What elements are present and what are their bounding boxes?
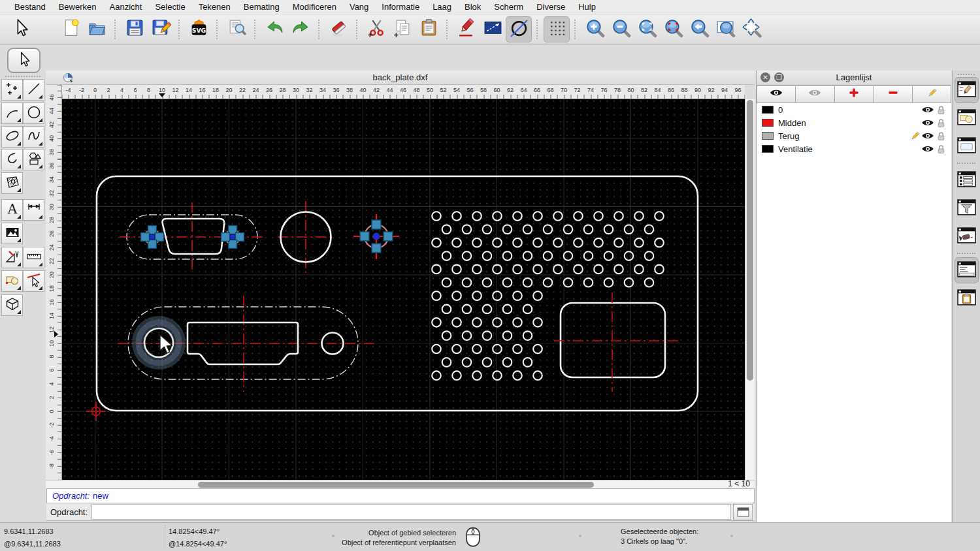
tool-shapes-button[interactable] xyxy=(23,149,44,170)
reference-point[interactable] xyxy=(150,235,155,240)
print-preview-button[interactable] xyxy=(223,16,250,42)
menu-hulp[interactable]: Hulp xyxy=(572,2,602,12)
layer-visible-eye-icon[interactable] xyxy=(921,105,934,114)
layer-lock-icon[interactable] xyxy=(934,118,947,128)
menu-bemating[interactable]: Bemating xyxy=(237,2,286,12)
layer-lock-icon[interactable] xyxy=(934,131,947,141)
layer-toolbar-minus-red-button[interactable] xyxy=(873,86,913,103)
tool-solid-3d-button[interactable] xyxy=(1,294,23,316)
menu-tekenen[interactable]: Tekenen xyxy=(192,2,237,12)
tool-spline-button[interactable] xyxy=(23,126,44,148)
selected-screw-hole-left[interactable] xyxy=(141,226,164,249)
win-block-list-button[interactable] xyxy=(955,105,979,131)
layer-lock-icon[interactable] xyxy=(934,105,947,115)
tool-dimension-button[interactable] xyxy=(23,199,44,221)
tool-points-button[interactable] xyxy=(1,79,23,101)
layer-lock-icon[interactable] xyxy=(934,144,947,154)
layer-row-ventilatie[interactable]: Ventilatie xyxy=(757,142,951,155)
construction-circle-button[interactable] xyxy=(506,16,532,42)
zoom-selection-button[interactable] xyxy=(660,16,686,42)
selected-circle[interactable] xyxy=(360,220,393,253)
menu-bewerken[interactable]: Bewerken xyxy=(52,2,103,12)
layer-row-midden[interactable]: Midden xyxy=(757,116,951,129)
cut-button[interactable]: + xyxy=(363,16,389,42)
horizontal-scrollbar[interactable]: 1 < 10 xyxy=(46,480,755,488)
menu-aanzicht[interactable]: Aanzicht xyxy=(103,2,149,12)
menu-bestand[interactable]: Bestand xyxy=(8,2,52,12)
layer-color-swatch[interactable] xyxy=(762,132,774,140)
tool-arc-button[interactable] xyxy=(1,102,23,124)
layer-toolbar-pencil-button[interactable] xyxy=(912,86,952,103)
layer-row-terug[interactable]: Terug xyxy=(757,129,951,142)
selection-handle[interactable] xyxy=(372,220,381,229)
selection-handle[interactable] xyxy=(141,233,150,242)
arrow-pointer-button[interactable] xyxy=(8,16,34,42)
undo-button[interactable] xyxy=(261,16,287,42)
win-command-line-button[interactable] xyxy=(955,257,979,283)
close-icon[interactable]: ✕ xyxy=(760,72,770,82)
menu-laag[interactable]: Laag xyxy=(426,2,458,12)
win-property-editor-button[interactable] xyxy=(955,77,979,103)
zoom-auto-button[interactable] xyxy=(634,16,660,42)
tool-block-button[interactable] xyxy=(1,270,23,292)
menu-blok[interactable]: Blok xyxy=(458,2,487,12)
pointer-tool-button[interactable] xyxy=(7,48,41,73)
layer-visible-eye-icon[interactable] xyxy=(921,144,934,153)
copy-button[interactable]: + xyxy=(389,16,416,42)
eraser-button[interactable] xyxy=(325,16,351,42)
document-tab-bar[interactable]: back_plate.dxf xyxy=(46,71,755,85)
layer-row-0[interactable]: 0 xyxy=(757,103,951,116)
cad-drawing[interactable] xyxy=(62,99,745,480)
selection-handle[interactable] xyxy=(372,244,381,253)
palette-handle[interactable] xyxy=(5,76,41,77)
menu-scherm[interactable]: Scherm xyxy=(487,2,530,12)
menu-modificeren[interactable]: Modificeren xyxy=(286,2,343,12)
layer-visible-eye-icon[interactable] xyxy=(921,118,934,127)
tool-hatch-button[interactable] xyxy=(1,172,23,194)
svg-export-button[interactable]: SVG xyxy=(186,16,212,42)
win-projection-button[interactable] xyxy=(955,223,979,249)
tool-modify-button[interactable] xyxy=(1,247,23,268)
save-as-button[interactable] xyxy=(148,16,174,42)
vga-cutout[interactable] xyxy=(163,219,225,254)
save-button[interactable] xyxy=(122,16,148,42)
zoom-window-button[interactable] xyxy=(712,16,738,42)
reference-point[interactable] xyxy=(231,235,235,240)
redo-button[interactable] xyxy=(287,16,314,42)
paste-button[interactable] xyxy=(416,16,442,42)
selected-screw-hole-right[interactable] xyxy=(221,226,244,249)
open-folder-button[interactable] xyxy=(84,16,110,42)
win-layer-list-button[interactable] xyxy=(955,167,979,193)
win-clipboard-button[interactable] xyxy=(955,285,979,311)
rounded-rect-cutout[interactable] xyxy=(561,303,665,377)
layer-toolbar-plus-red-button[interactable] xyxy=(834,86,874,103)
tool-line-button[interactable] xyxy=(23,79,44,101)
layer-color-swatch[interactable] xyxy=(762,119,774,127)
tool-ellipse-button[interactable] xyxy=(1,126,23,148)
zoom-out-button[interactable] xyxy=(608,16,634,42)
command-window-toggle-button[interactable] xyxy=(733,504,753,520)
plate-outline[interactable] xyxy=(97,176,698,411)
selection-handle[interactable] xyxy=(221,233,230,242)
float-panel-icon[interactable]: ❐ xyxy=(774,72,784,82)
layer-toolbar-eye-black-button[interactable] xyxy=(757,86,796,103)
draw-pencil-button[interactable] xyxy=(453,16,480,42)
win-selection-filter-button[interactable] xyxy=(955,195,979,221)
menu-vang[interactable]: Vang xyxy=(343,2,375,12)
selection-handle[interactable] xyxy=(360,232,369,241)
layer-visible-eye-icon[interactable] xyxy=(921,131,934,140)
ventilation-hole-pattern[interactable] xyxy=(432,212,664,380)
layer-color-swatch[interactable] xyxy=(762,145,774,153)
grid-toggle-button[interactable] xyxy=(544,16,570,42)
layer-color-swatch[interactable] xyxy=(762,106,774,114)
reference-point[interactable] xyxy=(373,233,380,240)
selection-handle[interactable] xyxy=(384,232,393,241)
dock-handle[interactable] xyxy=(958,74,975,75)
pan-button[interactable] xyxy=(738,16,764,42)
tool-circle-button[interactable] xyxy=(23,102,44,124)
command-input[interactable] xyxy=(91,504,731,520)
drawing-canvas[interactable] xyxy=(62,99,745,480)
horizontal-scrollbar-thumb[interactable] xyxy=(198,482,594,488)
menu-informatie[interactable]: Informatie xyxy=(375,2,426,12)
tool-image-button[interactable] xyxy=(1,223,23,244)
